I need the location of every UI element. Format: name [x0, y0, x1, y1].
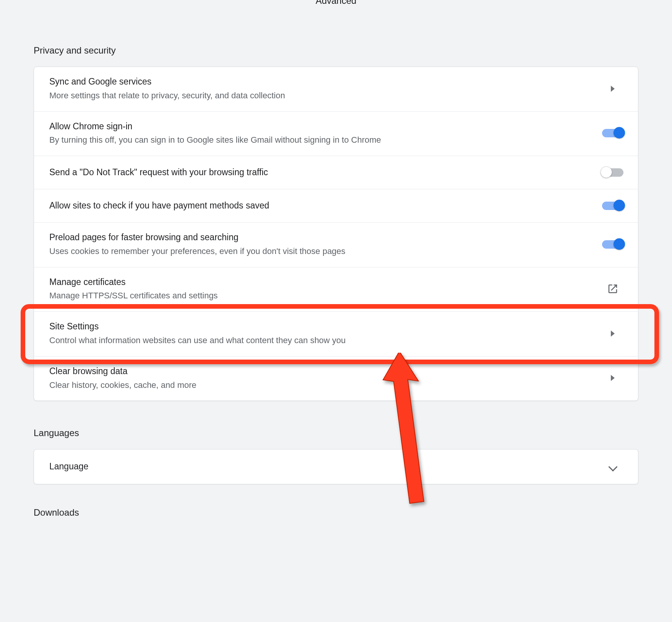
svg-marker-0: [367, 353, 444, 505]
section-title-downloads: Downloads: [34, 507, 672, 518]
arrow-right-icon: [601, 86, 624, 92]
row-title: Clear browsing data: [49, 366, 601, 377]
row-title: Site Settings: [49, 321, 601, 332]
row-sync-google-services[interactable]: Sync and Google services More settings t…: [34, 67, 638, 112]
row-subtitle: Uses cookies to remember your preference…: [49, 246, 601, 257]
row-title: Manage certificates: [49, 277, 601, 288]
section-title-languages: Languages: [34, 428, 672, 438]
row-subtitle: More settings that relate to privacy, se…: [49, 90, 601, 101]
row-clear-browsing-data[interactable]: Clear browsing data Clear history, cooki…: [34, 357, 638, 401]
row-payment-methods[interactable]: Allow sites to check if you have payment…: [34, 189, 638, 223]
toggle-payment-methods[interactable]: [602, 202, 623, 210]
row-title: Allow sites to check if you have payment…: [49, 200, 601, 212]
chevron-down-icon: [601, 462, 624, 471]
annotation-arrow-icon: [366, 353, 450, 517]
row-subtitle: Clear history, cookies, cache, and more: [49, 379, 601, 391]
row-subtitle: Manage HTTPS/SSL certificates and settin…: [49, 290, 601, 301]
row-manage-certificates[interactable]: Manage certificates Manage HTTPS/SSL cer…: [34, 267, 638, 312]
advanced-header[interactable]: Advanced: [0, 0, 672, 6]
languages-card: Language: [34, 449, 638, 484]
arrow-right-icon: [601, 375, 624, 381]
privacy-card: Sync and Google services More settings t…: [34, 67, 638, 401]
toggle-do-not-track[interactable]: [602, 168, 623, 177]
row-title: Preload pages for faster browsing and se…: [49, 232, 601, 243]
watermark-cloudhq: cloudHQ®: [584, 523, 667, 526]
row-language[interactable]: Language: [34, 449, 638, 484]
row-title: Language: [49, 461, 601, 472]
row-site-settings[interactable]: Site Settings Control what information w…: [34, 312, 638, 357]
section-title-privacy: Privacy and security: [34, 45, 672, 56]
toggle-preload-pages[interactable]: [602, 240, 623, 249]
row-do-not-track[interactable]: Send a "Do Not Track" request with your …: [34, 156, 638, 189]
toggle-allow-chrome-signin[interactable]: [602, 129, 623, 137]
row-title: Allow Chrome sign-in: [49, 121, 601, 132]
row-allow-chrome-signin[interactable]: Allow Chrome sign-in By turning this off…: [34, 112, 638, 156]
row-subtitle: Control what information websites can us…: [49, 335, 601, 346]
row-title: Send a "Do Not Track" request with your …: [49, 167, 601, 178]
row-subtitle: By turning this off, you can sign in to …: [49, 134, 601, 146]
row-preload-pages[interactable]: Preload pages for faster browsing and se…: [34, 223, 638, 267]
external-link-icon: [601, 283, 624, 295]
arrow-right-icon: [601, 331, 624, 337]
row-title: Sync and Google services: [49, 76, 601, 88]
